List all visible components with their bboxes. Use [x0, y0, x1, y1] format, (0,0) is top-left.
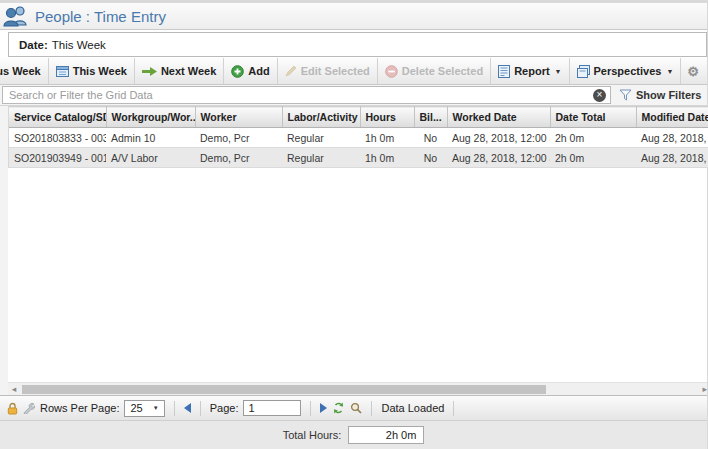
divider	[453, 401, 454, 416]
search-box: ×	[2, 86, 611, 104]
cell-labor-type: Regular	[282, 128, 360, 148]
next-page-button[interactable]	[320, 403, 327, 413]
page-label: Page:	[210, 402, 239, 414]
caret-down-icon: ▼	[555, 68, 562, 75]
table-row[interactable]: SO201803833 - 003 Admin 10 Demo, Pcr Reg…	[9, 128, 708, 148]
scrollbar-thumb[interactable]	[22, 385, 546, 394]
scroll-right-icon[interactable]: ▸	[702, 384, 707, 394]
perspectives-button[interactable]: Perspectives ▼	[569, 58, 681, 84]
grid-empty-area	[8, 168, 707, 382]
column-label: Service Catalog/SD #	[14, 111, 106, 123]
pencil-icon	[285, 65, 297, 77]
page-title: People : Time Entry	[35, 8, 166, 25]
cell-workgroup: Admin 10	[106, 128, 195, 148]
caret-down-icon: ▼	[153, 405, 159, 411]
table-header-row: Service Catalog/SD # Workgroup/Wor... Wo…	[9, 107, 708, 128]
scroll-left-icon[interactable]: ◂	[8, 384, 20, 395]
column-header-modified-date[interactable]: Modified Date	[636, 107, 708, 128]
this-week-label: This Week	[73, 65, 127, 77]
total-hours-label: Total Hours:	[283, 429, 342, 441]
column-header-worked-date[interactable]: Worked Date	[447, 107, 550, 128]
divider	[310, 401, 311, 416]
settings-button[interactable]: ⚙	[680, 58, 705, 84]
column-header-workgroup[interactable]: Workgroup/Wor...	[106, 107, 195, 128]
wrench-icon	[23, 402, 35, 414]
rows-per-page-label: Rows Per Page:	[40, 402, 119, 414]
next-week-label: Next Week	[161, 65, 216, 77]
column-header-worker[interactable]: Worker	[195, 107, 282, 128]
divider	[371, 401, 372, 416]
clear-search-icon[interactable]: ×	[593, 89, 606, 102]
toolbar: Previous Week This Week Next Week Add	[0, 58, 707, 85]
previous-week-label: Previous Week	[0, 65, 41, 77]
column-header-service-catalog[interactable]: Service Catalog/SD #	[9, 107, 106, 128]
horizontal-scrollbar[interactable]: ◂ ▸	[8, 382, 707, 395]
refresh-icon	[332, 402, 345, 414]
search-input[interactable]	[3, 89, 593, 101]
column-header-hours[interactable]: Hours	[360, 107, 414, 128]
total-bar: Total Hours: 2h 0m	[0, 420, 707, 449]
add-label: Add	[248, 65, 269, 77]
previous-page-button[interactable]	[184, 403, 191, 413]
filter-funnel-icon	[619, 89, 632, 101]
date-label: Date:	[19, 39, 48, 51]
magnifier-icon	[350, 402, 362, 414]
cell-worked-date: Aug 28, 2018, 12:00 am	[447, 148, 550, 168]
next-week-button[interactable]: Next Week	[134, 58, 223, 84]
rows-per-page-select[interactable]: 25 ▼	[124, 400, 164, 417]
table-row[interactable]: SO201903949 - 001 A/V Labor Demo, Pcr Re…	[9, 148, 708, 168]
divider	[174, 401, 175, 416]
title-bar: People : Time Entry	[0, 0, 707, 30]
cell-date-total: 2h 0m	[550, 128, 636, 148]
rows-per-page-value: 25	[130, 402, 142, 414]
people-icon	[3, 5, 29, 27]
delete-icon	[385, 65, 398, 78]
perspectives-label: Perspectives	[594, 65, 662, 77]
cell-modified-date: Aug 28, 2018, 1:34 p	[636, 148, 708, 168]
cell-sd-number: SO201803833 - 003	[9, 128, 106, 148]
grid-clip: Service Catalog/SD # Workgroup/Wor... Wo…	[8, 106, 708, 168]
tools-button[interactable]	[23, 402, 35, 414]
arrow-right-icon	[142, 67, 157, 76]
refresh-button[interactable]	[332, 402, 345, 414]
date-bar: Date: This Week	[8, 32, 707, 57]
cell-hours: 1h 0m	[360, 148, 414, 168]
date-bar-wrap: Date: This Week	[0, 30, 707, 58]
page-input[interactable]	[243, 400, 301, 416]
column-header-date-total[interactable]: Date Total	[550, 107, 636, 128]
delete-selected-button[interactable]: Delete Selected	[377, 58, 490, 84]
cell-modified-date: Aug 28, 2018, 2:31 p	[636, 128, 708, 148]
show-filters-button[interactable]: Show Filters	[611, 85, 707, 105]
divider	[200, 401, 201, 416]
show-filters-label: Show Filters	[636, 89, 701, 101]
add-button[interactable]: Add	[223, 58, 276, 84]
search-grid-button[interactable]	[350, 402, 362, 414]
cell-workgroup: A/V Labor	[106, 148, 195, 168]
grid-status-text: Data Loaded	[381, 402, 444, 414]
report-icon	[498, 65, 510, 78]
perspectives-icon	[577, 65, 590, 78]
cell-labor-type: Regular	[282, 148, 360, 168]
search-row: × Show Filters	[0, 85, 707, 106]
grid-area: Service Catalog/SD # Workgroup/Wor... Wo…	[0, 106, 707, 395]
column-header-labor-activity[interactable]: Labor/Activity T...	[282, 107, 360, 128]
add-icon	[231, 65, 244, 78]
calendar-icon	[56, 65, 69, 77]
edit-selected-button[interactable]: Edit Selected	[277, 58, 377, 84]
cell-date-total: 2h 0m	[550, 148, 636, 168]
cell-billable: No	[414, 128, 447, 148]
column-header-billable[interactable]: Bil...	[414, 107, 447, 128]
this-week-button[interactable]: This Week	[48, 58, 134, 84]
cell-hours: 1h 0m	[360, 128, 414, 148]
previous-week-button[interactable]: Previous Week	[0, 58, 48, 84]
cell-worked-date: Aug 28, 2018, 12:00 am	[447, 128, 550, 148]
report-button[interactable]: Report ▼	[490, 58, 568, 84]
gear-icon: ⚙	[687, 64, 699, 79]
report-label: Report	[514, 65, 549, 77]
lock-button[interactable]	[7, 402, 18, 415]
time-entry-table: Service Catalog/SD # Workgroup/Wor... Wo…	[9, 106, 708, 168]
date-value: This Week	[52, 39, 106, 51]
cell-sd-number: SO201903949 - 001	[9, 148, 106, 168]
total-hours-value: 2h 0m	[348, 426, 424, 444]
cell-worker: Demo, Pcr	[195, 148, 282, 168]
